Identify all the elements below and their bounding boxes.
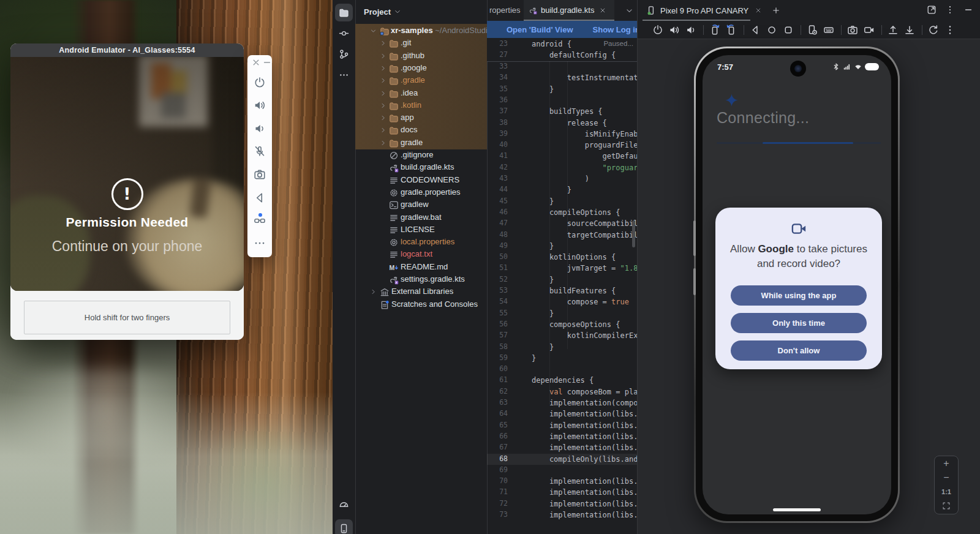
tree-item-github[interactable]: .github [355, 50, 487, 62]
tree-item-gradle[interactable]: .gradle [355, 75, 487, 87]
hardware-input-button[interactable] [823, 24, 834, 36]
zoom-in-button[interactable]: + [935, 456, 958, 470]
rotate-right-button[interactable] [726, 24, 737, 36]
tree-item-readme-md[interactable]: MREADME.md [355, 261, 487, 274]
while-using-app-button[interactable]: While using the app [731, 285, 867, 306]
chevron-right-icon[interactable] [380, 53, 386, 59]
tool-strip-project-folder-button[interactable] [335, 4, 353, 21]
chevron-right-icon[interactable] [380, 40, 386, 47]
close-icon[interactable] [755, 7, 762, 14]
glasses-icon[interactable] [254, 214, 266, 227]
open-in-window-icon[interactable] [927, 5, 937, 15]
notification-dot [258, 213, 262, 217]
only-this-time-button[interactable]: Only this time [731, 313, 867, 333]
volume-down-button[interactable] [685, 24, 696, 36]
overview-button[interactable] [783, 24, 794, 36]
volume-up-button[interactable] [669, 24, 680, 36]
fit-screen-button[interactable] [935, 498, 958, 513]
chevron-right-icon[interactable] [380, 102, 386, 109]
download-button[interactable] [904, 24, 915, 36]
tree-item-gitignore[interactable]: .gitignore [355, 149, 487, 162]
home-indicator[interactable] [773, 508, 821, 511]
open-build-view-link[interactable]: Open 'Build' View [507, 25, 573, 34]
screen-record-button[interactable] [864, 24, 875, 36]
tree-item-license[interactable]: LICENSE [355, 224, 487, 236]
back-button[interactable] [750, 24, 761, 36]
tree-item-idea[interactable]: .idea [355, 88, 487, 100]
more-horizontal-icon[interactable] [254, 237, 266, 249]
screenshot-button[interactable] [847, 24, 858, 36]
tool-strip-more-horizontal-button[interactable] [335, 66, 353, 84]
close-icon[interactable] [599, 7, 606, 14]
tree-item-codeowners[interactable]: CODEOWNERS [355, 175, 487, 187]
zoom-out-button[interactable]: − [935, 470, 958, 484]
tree-item-xr-samples[interactable]: xr-samples ~/AndroidStudioProje [355, 25, 487, 37]
reset-button[interactable] [928, 24, 939, 36]
tree-item-google[interactable]: .google [355, 62, 487, 75]
close-icon[interactable] [251, 58, 261, 67]
line-number: 54 [487, 297, 508, 306]
tool-strip-running-devices-button[interactable] [335, 519, 353, 534]
volume-down-icon[interactable] [254, 122, 266, 135]
tree-item-app[interactable]: app [355, 112, 487, 124]
tab-build-gradle-kts[interactable]: build.gradle.kts [524, 0, 614, 20]
power-icon[interactable] [254, 77, 266, 89]
camera-icon[interactable] [254, 168, 266, 181]
minimize-icon[interactable] [963, 5, 973, 15]
tree-item-label: .kotlin [401, 100, 421, 110]
tree-item-git[interactable]: .git [355, 37, 487, 50]
mic-off-icon[interactable] [254, 145, 266, 157]
chevron-down-icon[interactable] [370, 28, 377, 34]
code-viewport[interactable]: 3334 testInstrumentationR35 }3637 buildT… [487, 61, 637, 534]
chevron-right-icon[interactable] [380, 140, 386, 146]
upload-button[interactable] [888, 24, 899, 36]
tree-item-gradle[interactable]: gradle [355, 137, 487, 149]
tree-item-local-properties[interactable]: local.properties [355, 236, 487, 249]
kebab-icon[interactable] [945, 5, 955, 15]
kebab-button[interactable] [944, 24, 956, 36]
editor-notification-banner: Open 'Build' View Show Log in Finder [487, 21, 637, 38]
code-line-53: 53 buildFeatures { [487, 285, 637, 296]
back-icon[interactable] [254, 192, 266, 204]
tree-item-gradle-properties[interactable]: gradle.properties [355, 187, 487, 199]
chevron-right-icon[interactable] [380, 77, 386, 84]
tree-item-gradlew[interactable]: gradlew [355, 199, 487, 211]
chevron-right-icon[interactable] [380, 115, 386, 121]
project-panel-header[interactable]: Project [364, 5, 401, 18]
chevron-right-icon[interactable] [380, 90, 386, 97]
tree-item-gradlew-bat[interactable]: gradlew.bat [355, 212, 487, 224]
gesture-hint: Hold shift for two fingers [24, 301, 230, 334]
tool-strip-profiler-button[interactable] [335, 495, 353, 513]
chevron-right-icon[interactable] [370, 288, 377, 295]
tool-strip-vcs-button[interactable] [335, 45, 353, 63]
tree-item-kotlin[interactable]: .kotlin [355, 100, 487, 112]
line-number: 65 [487, 421, 508, 429]
tree-item-scratches-and-consoles[interactable]: Scratches and Consoles [355, 299, 487, 311]
running-devices-icon [339, 523, 349, 533]
show-log-in-finder-link[interactable]: Show Log in Finder [593, 25, 637, 34]
home-button[interactable] [766, 24, 777, 36]
tab-gradle-properties[interactable]: roperties [487, 0, 521, 21]
device-settings-button[interactable] [807, 24, 818, 36]
editor-scrollbar[interactable] [632, 220, 635, 247]
device-tab-label[interactable]: Pixel 9 Pro API CANARY [660, 6, 748, 15]
phone-screen[interactable]: 7:57 Connecting... Allow Google to take … [703, 55, 891, 514]
code-editor[interactable]: roperties build.gradle.kts Open 'Build' … [487, 0, 637, 534]
tree-item-external-libraries[interactable]: External Libraries [355, 286, 487, 298]
emulator-screen[interactable]: ! Permission Needed Continue on your pho… [10, 57, 244, 291]
tree-item-settings-gradle-kts[interactable]: settings.gradle.kts [355, 274, 487, 286]
rotate-left-button[interactable] [709, 24, 720, 36]
tree-item-logcat-txt[interactable]: logcat.txt [355, 249, 487, 261]
minimize-icon[interactable] [262, 58, 272, 67]
power-button[interactable] [652, 24, 663, 36]
actual-size-button[interactable]: 1:1 [935, 484, 958, 498]
dont-allow-button[interactable]: Don't allow [731, 340, 867, 361]
tree-item-docs[interactable]: docs [355, 124, 487, 137]
tab-list-chevron-icon[interactable] [625, 7, 633, 15]
chevron-right-icon[interactable] [380, 65, 386, 72]
tool-strip-commit-button[interactable] [335, 24, 353, 42]
volume-up-icon[interactable] [254, 99, 266, 111]
add-device-tab-icon[interactable] [772, 6, 780, 15]
tree-item-build-gradle-kts[interactable]: build.gradle.kts [355, 162, 487, 174]
chevron-right-icon[interactable] [380, 127, 386, 134]
